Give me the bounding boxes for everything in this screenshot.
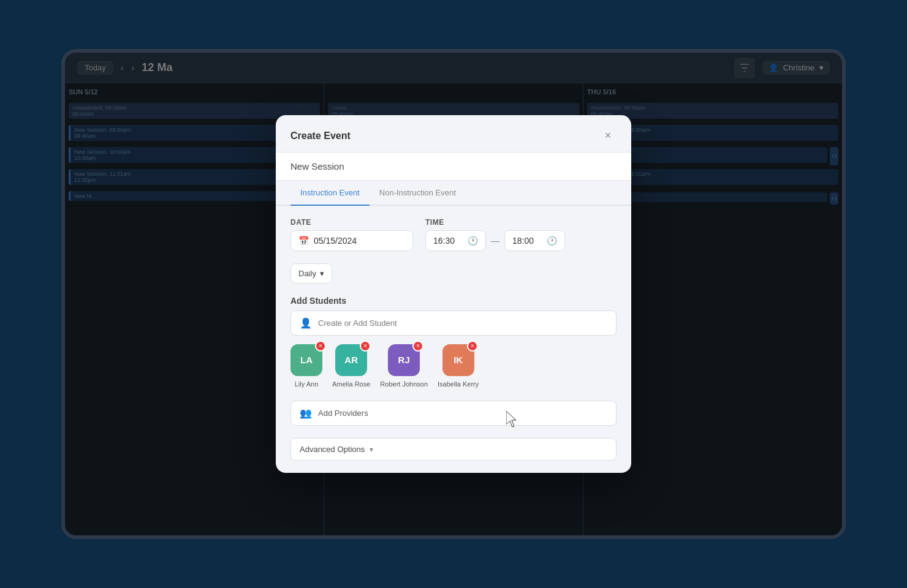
add-students-title: Add Students: [290, 296, 617, 306]
tab-instruction-event[interactable]: Instruction Event: [290, 181, 370, 206]
recurrence-select[interactable]: Daily ▾: [290, 263, 332, 284]
time-field-group: Time 🕐 — 🕐: [425, 218, 565, 251]
student-search-input[interactable]: [318, 318, 607, 328]
avatar-wrap-isabella-kerry: IK ×: [442, 344, 474, 376]
student-card-isabella-kerry: IK × Isabella Kerry: [438, 344, 479, 388]
student-search-bar[interactable]: 👤: [290, 311, 617, 336]
clock-icon-start: 🕐: [468, 236, 478, 246]
student-card-robert-johnson: RJ × Robert Johnson: [380, 344, 428, 388]
students-grid: LA × Lily Ann AR × Amelia Rose: [290, 344, 617, 388]
student-name-isabella-kerry: Isabella Kerry: [438, 380, 479, 388]
chevron-down-icon: ▾: [370, 445, 373, 454]
recurrence-label: Daily: [298, 269, 316, 278]
student-name-amelia-rose: Amelia Rose: [332, 380, 370, 388]
modal-overlay: Create Event × Instruction Event Non-Ins…: [65, 53, 842, 535]
advanced-options-label: Advanced Options: [300, 445, 365, 454]
datetime-row: Date 📅 Time 🕐: [290, 218, 617, 251]
date-label: Date: [290, 218, 413, 227]
tab-non-instruction-event[interactable]: Non-Instruction Event: [370, 181, 466, 206]
date-input-wrap: 📅: [290, 230, 413, 251]
device-frame: Today ‹ › 12 Ma 👤 Christine ▾ SUN 5/12 A…: [61, 49, 846, 539]
time-end-wrap: 🕐: [504, 230, 565, 251]
remove-isabella-kerry-button[interactable]: ×: [467, 341, 478, 352]
modal-title: Create Event: [290, 130, 351, 141]
user-search-icon: 👤: [300, 317, 312, 329]
clock-icon-end: 🕐: [547, 236, 557, 246]
close-button[interactable]: ×: [599, 127, 617, 145]
avatar-wrap-amelia-rose: AR ×: [335, 344, 367, 376]
modal-body: Date 📅 Time 🕐: [276, 206, 631, 473]
modal-header: Create Event ×: [276, 115, 631, 153]
advanced-options-toggle[interactable]: Advanced Options ▾: [290, 438, 617, 461]
calendar-icon: 📅: [298, 236, 309, 246]
student-card-lily-ann: LA × Lily Ann: [290, 344, 322, 388]
add-students-section: Add Students 👤 LA × Lily A: [290, 296, 617, 388]
create-event-modal: Create Event × Instruction Event Non-Ins…: [276, 115, 631, 473]
date-field-group: Date 📅: [290, 218, 413, 251]
remove-robert-johnson-button[interactable]: ×: [412, 341, 423, 352]
time-start-input[interactable]: [433, 236, 464, 246]
time-row: 🕐 — 🕐: [425, 230, 565, 251]
add-providers-label: Add Providers: [318, 409, 368, 418]
time-separator: —: [491, 236, 499, 246]
date-input[interactable]: [314, 236, 375, 246]
student-card-amelia-rose: AR × Amelia Rose: [332, 344, 370, 388]
chevron-down-icon: ▾: [320, 269, 324, 278]
event-type-tabs: Instruction Event Non-Instruction Event: [276, 181, 631, 206]
avatar-wrap-lily-ann: LA ×: [290, 344, 322, 376]
remove-lily-ann-button[interactable]: ×: [315, 341, 326, 352]
add-providers-button[interactable]: 👥 Add Providers: [290, 401, 617, 426]
student-name-robert-johnson: Robert Johnson: [380, 380, 428, 388]
student-name-lily-ann: Lily Ann: [295, 380, 319, 388]
remove-amelia-rose-button[interactable]: ×: [360, 341, 371, 352]
time-label: Time: [425, 218, 565, 227]
avatar-wrap-robert-johnson: RJ ×: [388, 344, 420, 376]
time-end-input[interactable]: [512, 236, 543, 246]
session-name-input[interactable]: [276, 153, 631, 181]
providers-icon: 👥: [300, 407, 312, 419]
time-start-wrap: 🕐: [425, 230, 486, 251]
